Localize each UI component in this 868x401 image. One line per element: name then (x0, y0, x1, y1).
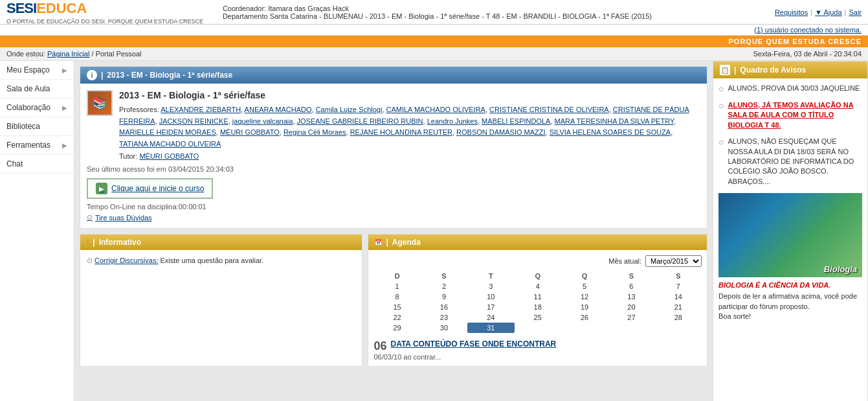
calendar-day[interactable]: 3 (467, 281, 514, 292)
calendar-day[interactable]: 23 (421, 312, 467, 323)
prof-link-5[interactable]: CRISTIANE CRISTINA DE OLIVEIRA (489, 106, 609, 113)
month-select[interactable]: Março/2015 Abril/2015 (645, 255, 702, 267)
aviso-2-link[interactable]: ALUNOS, JÁ TEMOS AVALIAÇÃO NA SALA DE AU… (728, 101, 853, 129)
coordinator-text: Coordenador: Itamara das Graças Hack (223, 5, 775, 12)
sidebar: Meu Espaço ▶ Sala de Aula Colaboração ▶ … (0, 61, 74, 401)
prof-link-13[interactable]: MARIELLE HEIDEN MORAES (119, 128, 216, 136)
event-title-link[interactable]: DATA CONTEÚDO FASE ONDE ENCONTRAR (390, 339, 556, 349)
calendar-day[interactable]: 8 (373, 292, 420, 302)
prof-link-2[interactable]: ANEARA MACHADO (245, 106, 312, 113)
calendar-day[interactable]: 17 (467, 302, 514, 312)
logo-tagline: O PORTAL DE EDUCAÇÃO DO SESI. PORQUE QUE… (6, 18, 203, 25)
prof-link-1[interactable]: ALEXANDRE ZIEBARTH (161, 106, 241, 113)
informativo-title: Informativo (99, 238, 141, 247)
prof-link-19[interactable]: TATIANA MACHADO OLIVEIRA (119, 140, 221, 148)
calendar-day[interactable]: 27 (608, 312, 654, 323)
calendar-day[interactable]: 20 (608, 302, 654, 312)
agenda-title: Agenda (392, 238, 421, 247)
calendar-day[interactable]: 11 (515, 292, 561, 302)
calendar-day[interactable]: 7 (655, 281, 702, 292)
calendar-day[interactable]: 18 (515, 302, 561, 312)
requisitos-link[interactable]: Requisitos (775, 8, 808, 16)
calendar-day[interactable]: 6 (608, 281, 654, 292)
month-label: Mês atual: (608, 257, 641, 265)
calendar-day[interactable]: 10 (467, 292, 514, 302)
calendar-day[interactable]: 14 (655, 292, 702, 302)
ajuda-link[interactable]: ▼ Ajuda (815, 8, 841, 16)
agenda-title-bar: 📅 | Agenda (368, 235, 707, 250)
breadcrumb-home-link[interactable]: Página Inicial (47, 50, 89, 58)
start-course-button[interactable]: ▶ Clique aqui e inicie o curso (87, 178, 213, 199)
day-header-q2: Q (561, 271, 608, 281)
calendar-day[interactable]: 22 (373, 312, 420, 323)
connected-user-bar: (1) usuário conectado no sistema. (0, 25, 868, 36)
prof-link-7[interactable]: JACKSON REINICKE (159, 117, 228, 125)
calendar-day[interactable]: 16 (421, 302, 467, 312)
aviso-text-3: ALUNOS, NÃO ESQUEÇAM QUE NOSSA AULA DI D… (728, 137, 862, 187)
sidebar-item-ferramentas[interactable]: Ferramentas ▶ (0, 136, 74, 155)
prof-link-12[interactable]: MARA TERESINHA DA SILVA PETRY (555, 117, 674, 125)
calendar-day[interactable]: 1 (373, 281, 420, 292)
sidebar-item-colaboracao[interactable]: Colaboração ▶ (0, 98, 74, 117)
calendar-day[interactable]: 29 (373, 323, 420, 333)
chevron-right-icon-3: ▶ (62, 142, 67, 149)
tire-duvidas-link[interactable]: ⊙ Tire suas Dúvidas (87, 213, 700, 222)
lower-blocks: i | Informativo ⊙ Corrigir Discursivas: … (80, 234, 707, 367)
sidebar-item-biblioteca[interactable]: Biblioteca (0, 117, 74, 136)
calendar-day[interactable]: 12 (561, 292, 608, 302)
course-header: 📚 2013 - EM - Biologia - 1ª série/fase P… (87, 90, 700, 160)
calendar-day[interactable]: 4 (515, 281, 561, 292)
prof-link-9[interactable]: JOSEANE GABRIELE RIBEIRO RUBIN (297, 117, 423, 125)
breadcrumb: Onde estou: Página Inicial / Portal Pess… (6, 50, 142, 58)
calendar-day[interactable]: 26 (561, 312, 608, 323)
prof-link-10[interactable]: Leandro Junkes (427, 117, 478, 125)
course-title-label: 2013 - EM - Biologia - 1ª série/fase (107, 71, 232, 80)
sidebar-item-sala-de-aula[interactable]: Sala de Aula (0, 80, 74, 98)
chevron-right-icon-2: ▶ (62, 104, 67, 111)
quadro-title-bar: 📋 | Quadro de Avisos (713, 62, 867, 78)
course-icon: 📚 (87, 90, 113, 116)
calendar-day[interactable]: 25 (515, 312, 561, 323)
calendar-day[interactable]: 30 (421, 323, 467, 333)
calendar-day[interactable]: 28 (655, 312, 702, 323)
calendar-day[interactable]: 24 (467, 312, 514, 323)
calendar-day[interactable]: 5 (561, 281, 608, 292)
prof-link-4[interactable]: CAMILA MACHADO OLIVEIRA (386, 106, 485, 113)
calendar-day[interactable]: 21 (655, 302, 702, 312)
prof-link-14[interactable]: MÉURI GOBBATO (220, 128, 280, 136)
prof-link-15[interactable]: Regina Céli Moraes (284, 128, 346, 136)
sidebar-item-meu-espaco[interactable]: Meu Espaço ▶ (0, 61, 74, 80)
logo-educa: EDUCA (36, 0, 87, 16)
prof-link-11[interactable]: MABELI ESPINDOLA (482, 117, 550, 125)
aviso-2: ○ ALUNOS, JÁ TEMOS AVALIAÇÃO NA SALA DE … (718, 100, 862, 130)
bio-image: Biologia (718, 193, 862, 277)
circle-icon-3: ○ (718, 137, 724, 147)
prof-link-17[interactable]: ROBSON DAMÁSIO MAZZI (456, 128, 546, 136)
agenda-content: Mês atual: Março/2015 Abril/2015 D S T (368, 250, 707, 366)
calendar-day[interactable]: 19 (561, 302, 608, 312)
calendar-day[interactable]: 2 (421, 281, 467, 292)
prof-link-18[interactable]: SILVIA HELENA SOARES DE SOUZA (550, 128, 671, 136)
calendar-day (608, 323, 654, 333)
day-header-s: S (421, 271, 467, 281)
day-header-t: T (467, 271, 514, 281)
calendar-day[interactable]: 15 (373, 302, 420, 312)
informativo-content: ⊙ Corrigir Discursivas: Existe uma quest… (80, 250, 362, 271)
aviso-text-1: ALUNOS, PROVA DIA 30/03 JAQUELINE (728, 84, 860, 93)
month-selector: Mês atual: Março/2015 Abril/2015 (373, 255, 702, 267)
calendar-day[interactable]: 13 (608, 292, 654, 302)
day-header-d: D (373, 271, 420, 281)
day-header-s2: S (608, 271, 654, 281)
prof-link-16[interactable]: REJANE HOLANDINA REUTER (350, 128, 452, 136)
sair-link[interactable]: Sair (849, 8, 862, 16)
corrigir-discursivas-link[interactable]: Corrigir Discursivas: (95, 257, 158, 264)
bio-desc-2: Boa sorte! (718, 312, 751, 320)
prof-link-3[interactable]: Camila Luize Schlogi (316, 106, 383, 113)
agenda-event: 06 DATA CONTEÚDO FASE ONDE ENCONTRAR 06/… (373, 339, 702, 361)
prof-link-8[interactable]: jaqueline valcanaia (232, 117, 293, 125)
calendar-day[interactable]: 9 (421, 292, 467, 302)
sidebar-item-chat[interactable]: Chat (0, 155, 74, 174)
connected-user-link[interactable]: (1) usuário conectado no sistema. (754, 26, 862, 34)
tutor-link[interactable]: MÉURI GOBBATO (139, 152, 199, 160)
calendar-day[interactable]: 31 (467, 323, 514, 333)
